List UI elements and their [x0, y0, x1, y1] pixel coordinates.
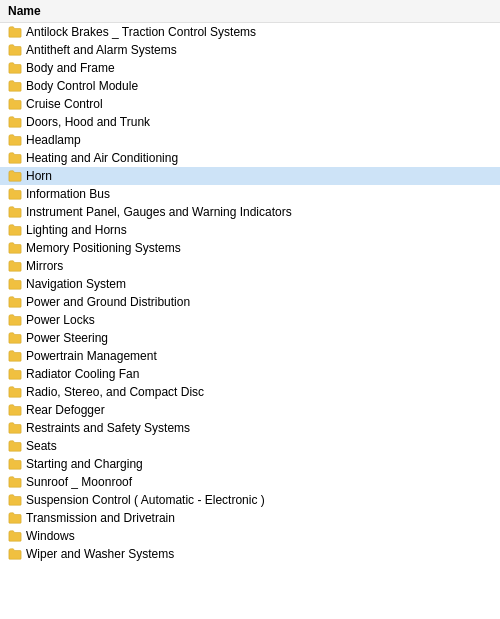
folder-icon	[8, 385, 22, 399]
folder-icon	[8, 529, 22, 543]
folder-icon	[8, 169, 22, 183]
list-item-label: Seats	[26, 439, 57, 453]
folder-icon	[8, 439, 22, 453]
list-item-label: Headlamp	[26, 133, 81, 147]
list-body: Antilock Brakes _ Traction Control Syste…	[0, 23, 500, 563]
list-item[interactable]: Windows	[0, 527, 500, 545]
folder-icon	[8, 313, 22, 327]
list-item-label: Memory Positioning Systems	[26, 241, 181, 255]
list-item[interactable]: Body and Frame	[0, 59, 500, 77]
name-column-header: Name	[8, 4, 41, 18]
list-item[interactable]: Rear Defogger	[0, 401, 500, 419]
list-item[interactable]: Antitheft and Alarm Systems	[0, 41, 500, 59]
list-item-label: Heating and Air Conditioning	[26, 151, 178, 165]
folder-icon	[8, 403, 22, 417]
list-item-label: Wiper and Washer Systems	[26, 547, 174, 561]
list-item[interactable]: Navigation System	[0, 275, 500, 293]
file-list-container: Name Antilock Brakes _ Traction Control …	[0, 0, 500, 563]
list-item[interactable]: Antilock Brakes _ Traction Control Syste…	[0, 23, 500, 41]
list-item[interactable]: Power Steering	[0, 329, 500, 347]
folder-icon	[8, 205, 22, 219]
list-item-label: Suspension Control ( Automatic - Electro…	[26, 493, 265, 507]
list-item[interactable]: Information Bus	[0, 185, 500, 203]
list-item[interactable]: Radio, Stereo, and Compact Disc	[0, 383, 500, 401]
list-item[interactable]: Transmission and Drivetrain	[0, 509, 500, 527]
list-item-label: Starting and Charging	[26, 457, 143, 471]
folder-icon	[8, 133, 22, 147]
list-item[interactable]: Instrument Panel, Gauges and Warning Ind…	[0, 203, 500, 221]
list-item[interactable]: Doors, Hood and Trunk	[0, 113, 500, 131]
list-item[interactable]: Mirrors	[0, 257, 500, 275]
folder-icon	[8, 277, 22, 291]
folder-icon	[8, 187, 22, 201]
folder-icon	[8, 61, 22, 75]
folder-icon	[8, 547, 22, 561]
list-item-label: Instrument Panel, Gauges and Warning Ind…	[26, 205, 292, 219]
list-item[interactable]: Wiper and Washer Systems	[0, 545, 500, 563]
list-item-label: Rear Defogger	[26, 403, 105, 417]
list-item-label: Power Steering	[26, 331, 108, 345]
folder-icon	[8, 115, 22, 129]
list-item-label: Doors, Hood and Trunk	[26, 115, 150, 129]
list-item[interactable]: Headlamp	[0, 131, 500, 149]
list-item[interactable]: Sunroof _ Moonroof	[0, 473, 500, 491]
list-item-label: Cruise Control	[26, 97, 103, 111]
list-item-label: Powertrain Management	[26, 349, 157, 363]
list-item-label: Windows	[26, 529, 75, 543]
list-item-label: Body and Frame	[26, 61, 115, 75]
folder-icon	[8, 259, 22, 273]
list-item[interactable]: Body Control Module	[0, 77, 500, 95]
list-item[interactable]: Horn	[0, 167, 500, 185]
list-item[interactable]: Restraints and Safety Systems	[0, 419, 500, 437]
folder-icon	[8, 511, 22, 525]
folder-icon	[8, 241, 22, 255]
folder-icon	[8, 421, 22, 435]
list-item[interactable]: Powertrain Management	[0, 347, 500, 365]
folder-icon	[8, 151, 22, 165]
list-item-label: Antitheft and Alarm Systems	[26, 43, 177, 57]
folder-icon	[8, 43, 22, 57]
list-item[interactable]: Seats	[0, 437, 500, 455]
list-item-label: Power and Ground Distribution	[26, 295, 190, 309]
list-item-label: Horn	[26, 169, 52, 183]
folder-icon	[8, 295, 22, 309]
list-item-label: Navigation System	[26, 277, 126, 291]
list-item-label: Antilock Brakes _ Traction Control Syste…	[26, 25, 256, 39]
list-item-label: Body Control Module	[26, 79, 138, 93]
folder-icon	[8, 367, 22, 381]
list-item-label: Sunroof _ Moonroof	[26, 475, 132, 489]
folder-icon	[8, 97, 22, 111]
list-item-label: Radio, Stereo, and Compact Disc	[26, 385, 204, 399]
folder-icon	[8, 25, 22, 39]
folder-icon	[8, 331, 22, 345]
list-item[interactable]: Memory Positioning Systems	[0, 239, 500, 257]
folder-icon	[8, 493, 22, 507]
list-item[interactable]: Lighting and Horns	[0, 221, 500, 239]
list-item[interactable]: Starting and Charging	[0, 455, 500, 473]
folder-icon	[8, 475, 22, 489]
list-header: Name	[0, 0, 500, 23]
folder-icon	[8, 349, 22, 363]
folder-icon	[8, 223, 22, 237]
folder-icon	[8, 457, 22, 471]
list-item-label: Transmission and Drivetrain	[26, 511, 175, 525]
list-item[interactable]: Heating and Air Conditioning	[0, 149, 500, 167]
list-item[interactable]: Cruise Control	[0, 95, 500, 113]
list-item-label: Radiator Cooling Fan	[26, 367, 139, 381]
folder-icon	[8, 79, 22, 93]
list-item-label: Mirrors	[26, 259, 63, 273]
list-item-label: Lighting and Horns	[26, 223, 127, 237]
list-item-label: Information Bus	[26, 187, 110, 201]
list-item[interactable]: Power Locks	[0, 311, 500, 329]
list-item[interactable]: Radiator Cooling Fan	[0, 365, 500, 383]
list-item[interactable]: Suspension Control ( Automatic - Electro…	[0, 491, 500, 509]
list-item-label: Power Locks	[26, 313, 95, 327]
list-item-label: Restraints and Safety Systems	[26, 421, 190, 435]
list-item[interactable]: Power and Ground Distribution	[0, 293, 500, 311]
